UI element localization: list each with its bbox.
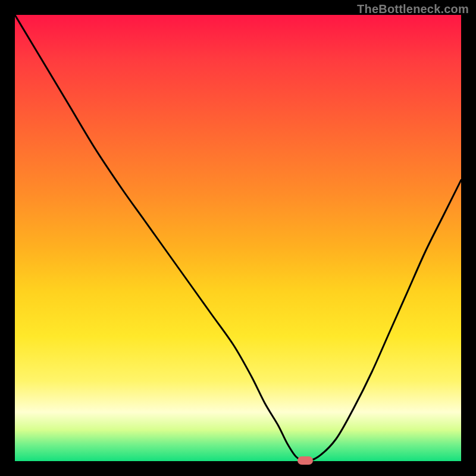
optimal-marker bbox=[298, 456, 313, 465]
plot-area bbox=[15, 15, 461, 461]
curve-path bbox=[15, 15, 461, 461]
bottleneck-curve bbox=[15, 15, 461, 461]
chart-frame: TheBottleneck.com bbox=[0, 0, 476, 476]
watermark-label: TheBottleneck.com bbox=[357, 2, 469, 16]
